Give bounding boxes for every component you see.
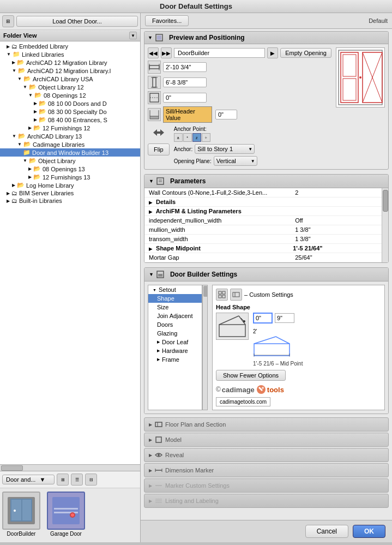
param-row-archifm[interactable]: ▶ ArchiFM & Listing Parameters	[144, 207, 388, 216]
height-icon-svg	[148, 76, 160, 88]
tree-item-bim[interactable]: ▶ 🗂 BIM Server Libraries	[0, 189, 140, 197]
collapsed-floor-plan-header[interactable]: ▶ Floor Plan and Section	[144, 418, 388, 431]
tree-item-12furn12[interactable]: ▶ 📂 12 Furnishings 12	[0, 124, 140, 132]
param-value: Off	[291, 216, 388, 225]
tree-item-cadimage[interactable]: ▼ 📂 Cadimage Libraries	[0, 140, 140, 148]
anchor-select[interactable]: Sill to Story 1 ▼	[195, 144, 255, 154]
nav-forward-button[interactable]: ▶	[267, 47, 278, 58]
tree-item-083000[interactable]: ▶ 📂 08 30 00 Specialty Do	[0, 107, 140, 116]
cadimage-brand-name: cadimage	[222, 386, 255, 394]
db-menu-hardware[interactable]: Hardware	[148, 346, 202, 355]
db-menu-size[interactable]: Size	[148, 303, 202, 312]
collapsed-model-header[interactable]: ▶ Model	[144, 433, 388, 446]
db-menu-doors[interactable]: Doors	[148, 320, 202, 329]
opening-plane-select[interactable]: Vertical ▼	[214, 156, 257, 166]
sill-value-input[interactable]	[215, 110, 237, 119]
sill-input[interactable]	[163, 93, 207, 103]
tree-item-objlib13[interactable]: ▼ 📂 Object Library	[0, 157, 140, 165]
bottom-dropdown[interactable]: Door and... ▼	[2, 475, 55, 484]
db-menu-shape[interactable]: Shape	[148, 294, 202, 303]
triangle-icon: ▶	[7, 191, 10, 196]
anchor-cell-4[interactable]: ÷	[202, 133, 210, 142]
tree-item-08openings13[interactable]: ▶ 📂 08 Openings 13	[0, 165, 140, 173]
svg-rect-2	[11, 500, 21, 520]
svg-rect-39	[222, 295, 225, 298]
anchor-cell-1[interactable]: a	[174, 133, 183, 142]
db-icon-btn-1[interactable]	[216, 289, 228, 301]
cadimage-url[interactable]: cadimagetools.com	[216, 397, 270, 406]
nav-prev-button[interactable]: ◀◀	[148, 47, 159, 58]
anchor-cell-2[interactable]: *	[183, 133, 192, 142]
param-row-details[interactable]: ▶ Details	[144, 197, 388, 207]
door-builder-header[interactable]: ▼ Door Builder Settings	[144, 268, 388, 282]
tree-item-12furn13[interactable]: ▶ 📂 12 Furnishings 13	[0, 173, 140, 181]
tree-item-archicad13[interactable]: ▼ 📂 ArchiCAD Library 13	[0, 132, 140, 140]
triangle-icon: ▼	[23, 85, 27, 89]
view-icon-2[interactable]: ☰	[71, 474, 83, 486]
collapsed-reveal-header[interactable]: ▶ Reveal	[144, 448, 388, 462]
view-icon-3[interactable]: ⊟	[85, 474, 97, 486]
tree-label: ArchiCAD 12 Migration Library	[26, 59, 107, 66]
thumbnail-door-builder[interactable]: DoorBuilder	[2, 492, 40, 539]
nav-next-button[interactable]: ▶▶	[161, 47, 172, 58]
load-other-button[interactable]: Load Other Door...	[16, 16, 138, 27]
head-dim-0-input[interactable]	[253, 313, 273, 324]
parameters-header[interactable]: ▼ Parameters	[144, 175, 388, 188]
svg-point-46	[243, 320, 245, 322]
opening-plane-value: Vertical	[216, 158, 236, 164]
preview-header[interactable]: ▼ Preview and Positioning	[144, 32, 388, 44]
db-menu-glazing[interactable]: Glazing	[148, 329, 202, 338]
param-row-shape-midpoint[interactable]: ▶ Shape Midpoint 1'-5 21/64"	[144, 244, 388, 253]
collapsed-dimension-header[interactable]: ▶ Dimension Marker	[144, 464, 388, 477]
tree-view[interactable]: ▶ 🗂 Embedded Library ▼ 📁 Linked Librarie…	[0, 41, 140, 464]
db-menu-setout[interactable]: Setout	[148, 285, 202, 294]
db-menu-frame[interactable]: Frame	[148, 355, 202, 364]
tree-item-archicad12b[interactable]: ▼ 📂 ArchiCAD 12 Migration Library.l	[0, 67, 140, 75]
params-scrollbar[interactable]	[382, 188, 388, 262]
flip-area: Flip	[148, 126, 170, 155]
db-menu-join[interactable]: Join Adjacent	[148, 312, 202, 320]
anchor-cell-3[interactable]: z	[192, 133, 201, 142]
db-icon-btn-2[interactable]	[230, 289, 242, 301]
tree-item-objlib12[interactable]: ▼ 📂 Object Library 12	[0, 83, 140, 91]
height-input[interactable]	[163, 77, 207, 87]
show-fewer-options-button[interactable]: Show Fewer Options	[216, 370, 286, 381]
tree-scroll-horizontal[interactable]	[0, 464, 140, 471]
db-menu-scroll-thumb[interactable]	[203, 286, 208, 297]
favorites-button[interactable]: Favorites...	[145, 15, 189, 26]
empty-opening-button[interactable]: Empty Opening	[280, 48, 331, 58]
tree-item-builtin[interactable]: ▶ 🗂 Built-in Libraries	[0, 197, 140, 205]
tree-item-linked[interactable]: ▼ 📁 Linked Libraries	[0, 50, 140, 58]
left-top-toolbar: ⊞ Load Other Door...	[0, 13, 140, 30]
folder-view-toggle[interactable]: ▼	[129, 32, 137, 39]
collapsed-marker-custom-header[interactable]: ▶ Marker Custom Settings	[144, 479, 388, 492]
head-dim-9-input[interactable]	[275, 313, 294, 323]
head-shape-label: Head Shape	[216, 304, 381, 310]
width-input[interactable]	[163, 62, 207, 72]
flip-button[interactable]: Flip	[148, 143, 170, 155]
thumbnail-garage-door[interactable]: Garage Door	[47, 492, 85, 539]
grid-view-icon[interactable]: ⊞	[2, 15, 14, 27]
db-section-title: Door Builder Settings	[170, 271, 237, 278]
tree-item-archicad-usa[interactable]: ▼ 📂 ArchiCAD Library USA	[0, 75, 140, 83]
tree-item-081000[interactable]: ▶ 📂 08 10 00 Doors and D	[0, 99, 140, 107]
collapsed-listing-header[interactable]: ▶ Listing and Labeling	[144, 494, 388, 507]
db-menu-scrollbar[interactable]	[202, 285, 208, 410]
tree-item-08openings12[interactable]: ▼ 📂 08 Openings 12	[0, 91, 140, 99]
ok-button[interactable]: OK	[353, 525, 385, 538]
db-menu-door-leaf[interactable]: Door Leaf	[148, 338, 202, 346]
view-icon-1[interactable]: ⊞	[57, 474, 69, 486]
folder-icon: 📂	[33, 165, 41, 172]
tree-item-loghome[interactable]: ▶ 📂 Log Home Library	[0, 181, 140, 189]
tree-label: 08 10 00 Doors and D	[48, 100, 107, 107]
expand-icon: ▶	[149, 247, 152, 251]
svg-rect-35	[158, 274, 162, 277]
tree-label: ArchiCAD 12 Migration Library.l	[27, 68, 111, 74]
scroll-thumb[interactable]	[1, 465, 23, 471]
scrollbar-thumb[interactable]	[383, 190, 388, 212]
tree-item-doorwindow13[interactable]: 📁 Door and Window Builder 13	[0, 148, 140, 157]
tree-item-archicad12[interactable]: ▶ 📂 ArchiCAD 12 Migration Library	[0, 58, 140, 67]
tree-item-embedded[interactable]: ▶ 🗂 Embedded Library	[0, 43, 140, 50]
cancel-button[interactable]: Cancel	[305, 525, 348, 538]
tree-item-084000[interactable]: ▶ 📂 08 40 00 Entrances, S	[0, 116, 140, 124]
